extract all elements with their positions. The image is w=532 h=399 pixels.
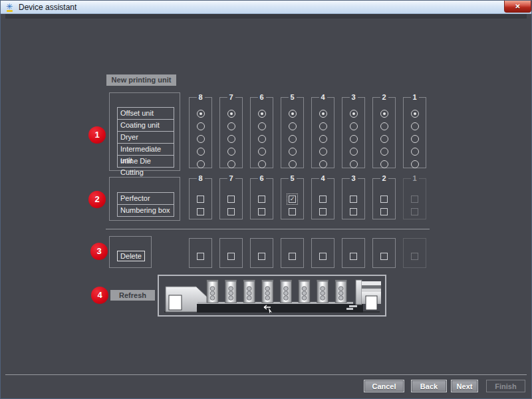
radio-coating-unit-col-7[interactable]	[227, 122, 235, 130]
press-schematic	[159, 276, 385, 315]
column-number-label: 7	[227, 174, 235, 183]
delete-column-1	[403, 238, 426, 268]
checkbox-delete-col-1	[411, 253, 418, 260]
radio-offset-unit-col-6[interactable]	[258, 110, 266, 118]
checkbox-numbering-box-col-1	[411, 208, 418, 215]
radio-offset-unit-col-8[interactable]	[197, 110, 205, 118]
radio-intermediate-unit-col-1[interactable]	[411, 148, 419, 156]
unit-column-2: 2	[372, 97, 396, 168]
radio-coating-unit-col-3[interactable]	[350, 122, 358, 130]
checkbox-perfector-col-6[interactable]	[258, 196, 265, 203]
paper-pile	[362, 285, 381, 289]
radio-coating-unit-col-2[interactable]	[380, 122, 388, 130]
checkbox-perfector-col-2[interactable]	[380, 196, 388, 203]
delete-button[interactable]: Delete	[117, 251, 145, 261]
checkbox-delete-col-6[interactable]	[258, 253, 265, 260]
content-top-strip	[5, 14, 527, 19]
radio-inline-die-cutting-col-2[interactable]	[380, 160, 388, 168]
options-column-4: 4	[311, 178, 334, 219]
radio-dryer-col-1[interactable]	[411, 135, 419, 143]
radio-coating-unit-col-6[interactable]	[258, 122, 266, 130]
footer-separator	[5, 374, 527, 375]
radio-coating-unit-col-8[interactable]	[197, 122, 205, 130]
back-button[interactable]: Back	[411, 380, 447, 392]
radio-coating-unit-col-1[interactable]	[411, 122, 419, 130]
checkbox-delete-col-8[interactable]	[197, 253, 204, 260]
column-number-label: 4	[319, 92, 327, 102]
checkbox-perfector-col-1	[411, 196, 418, 203]
checkbox-perfector-col-8[interactable]	[197, 196, 204, 203]
radio-offset-unit-col-5[interactable]	[289, 110, 297, 118]
radio-intermediate-unit-col-3[interactable]	[350, 148, 358, 156]
checkbox-perfector-col-4[interactable]	[319, 196, 327, 203]
delivery-window	[169, 295, 182, 310]
paper-pile	[362, 289, 381, 292]
radio-dryer-col-7[interactable]	[227, 135, 235, 143]
column-number-label: 6	[257, 174, 265, 183]
unit-type-label-offset-unit: Offset unit	[117, 107, 174, 120]
checkbox-numbering-box-col-7[interactable]	[227, 208, 235, 215]
radio-coating-unit-col-4[interactable]	[319, 122, 327, 130]
checkbox-numbering-box-col-5[interactable]	[289, 208, 296, 215]
printing-tower-7	[317, 280, 329, 303]
radio-dryer-col-5[interactable]	[289, 135, 297, 143]
checkbox-numbering-box-col-8[interactable]	[197, 208, 204, 215]
options-column-7: 7	[219, 178, 243, 219]
radio-inline-die-cutting-col-7[interactable]	[227, 160, 235, 168]
radio-intermediate-unit-col-2[interactable]	[380, 148, 388, 156]
unit-column-8: 8	[189, 97, 212, 168]
radio-offset-unit-col-2[interactable]	[380, 110, 388, 118]
column-number-label: 2	[380, 174, 388, 183]
radio-inline-die-cutting-col-5[interactable]	[289, 160, 297, 168]
cancel-button[interactable]: Cancel	[364, 380, 404, 392]
options-column-1: 1	[403, 178, 426, 219]
radio-intermediate-unit-col-6[interactable]	[258, 148, 266, 156]
column-number-label: 8	[196, 174, 204, 183]
checkbox-numbering-box-col-6[interactable]	[258, 208, 265, 215]
checkbox-numbering-box-col-2[interactable]	[380, 208, 388, 215]
radio-dryer-col-4[interactable]	[319, 135, 327, 143]
printing-towers	[207, 280, 346, 303]
radio-offset-unit-col-1[interactable]	[411, 110, 419, 118]
radio-inline-die-cutting-col-3[interactable]	[350, 160, 358, 168]
next-button[interactable]: Next	[451, 380, 478, 392]
delete-column-8	[189, 238, 212, 268]
checkbox-perfector-col-3[interactable]	[350, 196, 357, 203]
radio-inline-die-cutting-col-6[interactable]	[258, 160, 266, 168]
delete-column-7	[219, 238, 243, 268]
unit-column-3: 3	[342, 97, 365, 168]
checkbox-delete-col-4[interactable]	[319, 253, 327, 260]
checkbox-perfector-col-5[interactable]: ✓	[289, 196, 296, 203]
radio-dryer-col-8[interactable]	[197, 135, 205, 143]
checkbox-delete-col-7[interactable]	[227, 253, 235, 260]
radio-offset-unit-col-4[interactable]	[319, 110, 327, 118]
checkbox-numbering-box-col-3[interactable]	[350, 208, 357, 215]
radio-dryer-col-2[interactable]	[380, 135, 388, 143]
feeder-frame	[356, 280, 362, 305]
checkbox-delete-col-2[interactable]	[380, 253, 388, 260]
section-separator	[106, 229, 430, 229]
radio-intermediate-unit-col-7[interactable]	[227, 148, 235, 156]
checkbox-delete-col-3[interactable]	[350, 253, 357, 260]
radio-coating-unit-col-5[interactable]	[289, 122, 297, 130]
radio-inline-die-cutting-col-1[interactable]	[411, 160, 419, 168]
radio-offset-unit-col-3[interactable]	[350, 110, 358, 118]
radio-intermediate-unit-col-4[interactable]	[319, 148, 327, 156]
radio-dryer-col-6[interactable]	[258, 135, 266, 143]
refresh-button[interactable]: Refresh	[110, 290, 155, 301]
close-button[interactable]: ✕	[504, 1, 531, 13]
feeder-step	[346, 308, 353, 310]
checkbox-perfector-col-7[interactable]	[227, 196, 235, 203]
radio-inline-die-cutting-col-4[interactable]	[319, 160, 327, 168]
radio-intermediate-unit-col-8[interactable]	[197, 148, 205, 156]
column-number-label: 4	[319, 174, 327, 183]
delete-column-4	[311, 238, 334, 268]
checkbox-delete-col-5[interactable]	[289, 253, 296, 260]
radio-inline-die-cutting-col-8[interactable]	[197, 160, 205, 168]
radio-offset-unit-col-7[interactable]	[227, 110, 235, 118]
radio-intermediate-unit-col-5[interactable]	[289, 148, 297, 156]
printing-tower-6	[299, 280, 310, 303]
unit-type-label-intermediate-unit: Intermediate unit	[117, 143, 174, 156]
radio-dryer-col-3[interactable]	[350, 135, 358, 143]
checkbox-numbering-box-col-4[interactable]	[319, 208, 327, 215]
